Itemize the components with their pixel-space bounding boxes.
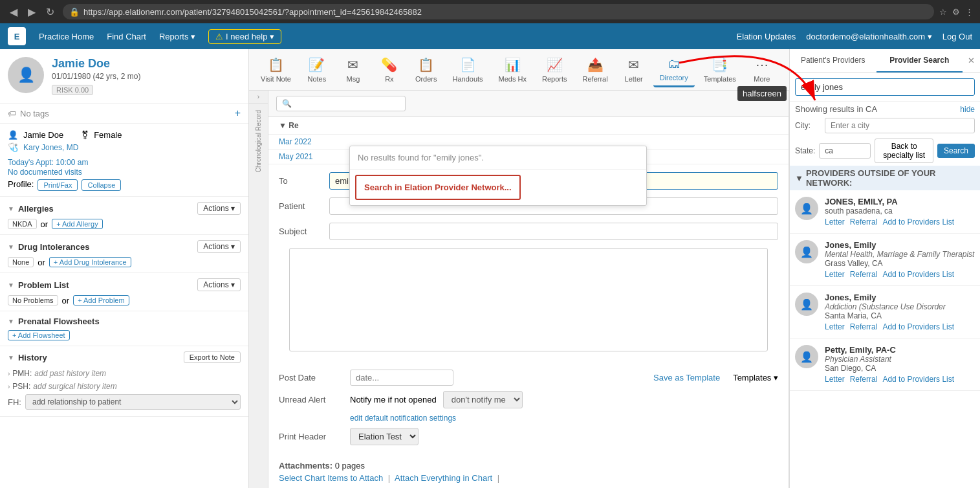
showing-results-text: Showing results in CA [795, 104, 877, 114]
browser-icons: ☆ ⚙ ⋮ [939, 7, 974, 17]
drug-or-text: or [38, 258, 45, 267]
elation-updates-link[interactable]: Elation Updates [737, 32, 796, 41]
print-fax-button[interactable]: Print/Fax [38, 179, 78, 191]
print-header-label: Print Header [279, 432, 343, 441]
address-bar[interactable]: 🔒 https://app.elationemr.com/patient/327… [63, 4, 934, 19]
problem-list-title: ▼ Problem List Actions ▾ [8, 278, 241, 291]
unread-select[interactable]: don't notify me [443, 391, 523, 408]
toolbar-templates[interactable]: 📑 Templates [697, 53, 743, 87]
toolbar-letter[interactable]: ✉ Letter [617, 53, 651, 87]
subject-input[interactable] [329, 223, 778, 240]
provider-section: 👤 Jamie Doe ⚧ Female 🩺 Kary Jones, MD To… [0, 124, 248, 197]
provider-add-2[interactable]: Add to Providers List [882, 322, 954, 331]
print-header-select[interactable]: Elation Test [350, 428, 419, 445]
provider-location-0: south pasadena, ca [825, 206, 975, 216]
search-button[interactable]: Search [937, 144, 975, 158]
toolbar-meds-hx[interactable]: 📊 Meds Hx [492, 53, 533, 87]
help-button[interactable]: ⚠ I need help ▾ [208, 29, 281, 44]
toolbar-referral[interactable]: 📤 Referral [576, 53, 615, 87]
reports-link[interactable]: Reports ▾ [159, 32, 195, 41]
forward-button[interactable]: ▶ [25, 5, 39, 19]
edit-notification-link[interactable]: edit default notification settings [350, 414, 456, 423]
refresh-button[interactable]: ↻ [43, 5, 58, 19]
chr-sidebar: › Chronological Record [249, 91, 268, 488]
chr-date-2[interactable]: May 2021 [279, 152, 313, 161]
letter-body[interactable] [289, 248, 768, 351]
find-chart-link[interactable]: Find Chart [107, 32, 146, 41]
provider-add-1[interactable]: Add to Providers List [882, 270, 954, 279]
attachments-count: 0 pages [335, 461, 365, 471]
toolbar-msg[interactable]: ✉ Msg [336, 53, 370, 87]
patient-label: Patient [279, 197, 324, 211]
add-tag-button[interactable]: + [235, 107, 241, 119]
logout-link[interactable]: Log Out [942, 32, 972, 41]
templates-dropdown[interactable]: Templates ▾ [733, 373, 778, 383]
drug-actions-button[interactable]: Actions ▾ [197, 240, 241, 253]
provider-letter-0[interactable]: Letter [825, 217, 845, 227]
provider-avatar-3: 👤 [795, 345, 818, 368]
provider-referral-3[interactable]: Referral [850, 375, 878, 384]
allergies-section: ▼ Allergies Actions ▾ NKDA or + Add Alle… [0, 197, 248, 235]
back-button[interactable]: ◀ [6, 5, 21, 19]
add-problem-button[interactable]: + Add Problem [73, 295, 129, 305]
add-flowsheet-button[interactable]: + Add Flowsheet [8, 330, 70, 340]
post-date-input[interactable] [350, 370, 453, 386]
patient-dob: 01/01/1980 (42 yrs, 2 mo) [52, 72, 241, 81]
add-allergy-button[interactable]: + Add Allergy [52, 219, 103, 229]
provider-referral-1[interactable]: Referral [850, 270, 878, 279]
state-input[interactable] [819, 143, 871, 159]
city-input[interactable] [825, 118, 975, 133]
drug-row: None or + Add Drug Intolerance [8, 257, 241, 267]
provider-add-0[interactable]: Add to Providers List [882, 217, 954, 227]
patient-md[interactable]: Kary Jones, MD [23, 143, 78, 152]
provider-letter-3[interactable]: Letter [825, 375, 845, 384]
attach-everything-link[interactable]: Attach Everything in Chart [395, 473, 492, 483]
form-search-input[interactable] [276, 96, 406, 111]
toolbar-reports[interactable]: 📈 Reports [536, 53, 574, 87]
providers-chevron: ▼ [795, 173, 803, 183]
toolbar-more[interactable]: ⋯ More [745, 53, 779, 87]
appt-today-link[interactable]: Today's Appt: 10:00 am [8, 158, 88, 167]
pmh-input[interactable]: add past history item [34, 369, 106, 378]
close-panel-button[interactable]: ✕ [963, 49, 980, 72]
toolbar-handouts[interactable]: 📄 Handouts [446, 53, 490, 87]
pmh-row: › PMH: add past history item [8, 367, 241, 380]
hide-filter-link[interactable]: hide [960, 105, 975, 114]
fh-select[interactable]: add relationship to patient [25, 394, 241, 410]
search-elation-network-button[interactable]: Search in Elation Provider Network... [355, 175, 521, 200]
export-note-button[interactable]: Export to Note [184, 351, 241, 363]
center-column: 📋 Visit Note 📝 Notes ✉ Msg 💊 Rx 📋 [249, 49, 789, 488]
toolbar-visit-note[interactable]: 📋 Visit Note [254, 53, 298, 87]
state-filter-row: State: Back to specialty list Search [790, 136, 980, 166]
psh-input[interactable]: add surgical history item [33, 382, 116, 391]
chr-date-1[interactable]: Mar 2022 [279, 137, 312, 146]
provider-search-input[interactable] [795, 78, 975, 96]
app-nav: E Practice Home Find Chart Reports ▾ ⚠ I… [0, 23, 980, 49]
toolbar-directory[interactable]: 🗂 Directory [653, 52, 695, 87]
provider-letter-2[interactable]: Letter [825, 322, 845, 331]
tab-provider-search[interactable]: Provider Search [877, 49, 963, 72]
allergies-actions-button[interactable]: Actions ▾ [197, 202, 241, 215]
no-visits-link[interactable]: No documented visits [8, 168, 82, 177]
provider-referral-2[interactable]: Referral [850, 322, 878, 331]
problem-actions-button[interactable]: Actions ▾ [197, 278, 241, 291]
reports-icon: 📈 [547, 57, 563, 72]
chr-expand-icon[interactable]: › [257, 93, 259, 100]
toolbar-notes[interactable]: 📝 Notes [300, 53, 334, 87]
back-specialty-button[interactable]: Back to specialty list [875, 139, 933, 163]
halfscreen-tooltip: halfscreen [737, 86, 787, 101]
practice-home-link[interactable]: Practice Home [39, 32, 94, 41]
user-email[interactable]: doctordemo@elationhealth.com ▾ [806, 32, 931, 41]
provider-referral-0[interactable]: Referral [850, 217, 878, 227]
collapse-button[interactable]: Collapse [82, 179, 121, 191]
add-drug-button[interactable]: + Add Drug Intolerance [49, 257, 131, 267]
save-template-link[interactable]: Save as Template [653, 373, 720, 383]
toolbar-orders[interactable]: 📋 Orders [409, 53, 444, 87]
patient-name[interactable]: Jamie Doe [52, 57, 241, 71]
more-icon: ⋯ [756, 57, 768, 72]
toolbar-rx[interactable]: 💊 Rx [373, 53, 406, 87]
tab-patients-providers[interactable]: Patient's Providers [790, 49, 877, 72]
provider-letter-1[interactable]: Letter [825, 270, 845, 279]
provider-add-3[interactable]: Add to Providers List [882, 375, 954, 384]
select-chart-items-link[interactable]: Select Chart Items to Attach [279, 473, 383, 483]
